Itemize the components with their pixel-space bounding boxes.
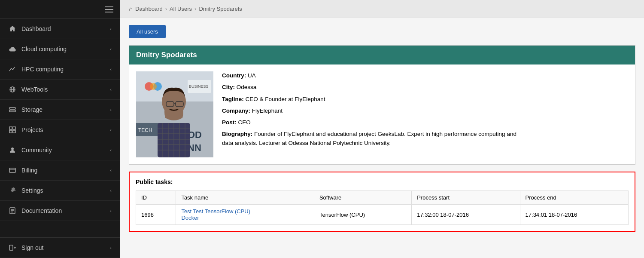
tasks-section: Public tasks: ID Task name Software Proc… [129,172,635,232]
sidebar-item-documentation[interactable]: Documentation ‹ [0,201,120,221]
col-software: Software [314,191,411,205]
signout-icon [9,244,16,252]
sidebar-item-label: Sign out [21,244,43,251]
sidebar-item-dashboard[interactable]: Dashboard ‹ [0,19,120,39]
sidebar-item-label: Dashboard [21,25,51,32]
person-icon [9,146,16,154]
profile-info: Country: UA City: Odessa Tagline: CEO & … [222,71,628,157]
breadcrumb: ⌂ Dashboard › All Users › Dmitry Spodare… [120,0,644,18]
all-users-button[interactable]: All users [129,25,166,38]
sidebar-item-label: Projects [21,126,43,133]
sidebar-nav: Dashboard ‹ Cloud computing ‹ HPC comput… [0,19,120,237]
profile-photo: BUSINESS TECH OD NN [136,71,213,157]
grid-icon [9,126,16,134]
city-row: City: Odessa [222,83,628,92]
breadcrumb-current: Dmitry Spodarets [199,6,242,12]
cloud-icon [9,45,16,53]
sidebar-item-label: Settings [21,187,43,194]
biography-value: Founder of FlyElephant and educational p… [222,131,516,146]
svg-text:BUSINESS: BUSINESS [189,84,209,89]
sidebar-item-label: Cloud computing [21,46,67,52]
doc-icon [9,207,16,215]
chevron-icon: ‹ [110,127,112,132]
sidebar: Dashboard ‹ Cloud computing ‹ HPC comput… [0,0,120,258]
home-icon: ⌂ [129,5,133,12]
col-task-name: Task name [176,191,314,205]
profile-card: Dmitry Spodarets BUSINESS [129,45,635,165]
chevron-icon: ‹ [110,46,112,52]
col-process-start: Process start [412,191,520,205]
svg-rect-5 [9,127,12,129]
svg-point-9 [11,147,14,150]
sidebar-item-label: HPC computing [21,66,64,73]
sidebar-item-label: WebTools [21,86,48,93]
company-row: Company: FlyElephant [222,107,628,115]
chevron-icon: ‹ [110,188,112,193]
sidebar-item-projects[interactable]: Projects ‹ [0,120,120,140]
city-value: Odessa [237,84,257,90]
tasks-table: ID Task name Software Process start Proc… [136,190,629,225]
cell-id: 1698 [136,205,176,225]
chevron-icon: ‹ [110,107,112,112]
tagline-value: CEO & Founder at FlyElephant [246,96,325,102]
company-value: FlyElephant [252,108,283,114]
sidebar-item-billing[interactable]: Billing ‹ [0,160,120,181]
svg-rect-10 [9,168,15,172]
profile-name: Dmitry Spodarets [136,51,197,59]
svg-rect-8 [13,130,15,133]
col-id: ID [136,191,176,205]
chevron-icon: ‹ [110,245,112,250]
chevron-icon: ‹ [110,168,112,173]
cell-software: TensorFlow (CPU) [314,205,411,225]
chevron-icon: ‹ [110,67,112,72]
sidebar-item-settings[interactable]: Settings ‹ [0,181,120,201]
sidebar-item-webtools[interactable]: WebTools ‹ [0,80,120,100]
sidebar-item-sign-out[interactable]: Sign out ‹ [0,238,120,258]
sidebar-item-community[interactable]: Community ‹ [0,140,120,160]
storage-icon [9,106,16,114]
sidebar-item-label: Documentation [21,207,62,214]
country-row: Country: UA [222,71,628,80]
svg-rect-4 [9,110,15,112]
home-icon [9,25,16,33]
svg-point-24 [150,83,157,90]
chevron-icon: ‹ [110,147,112,153]
breadcrumb-all-users[interactable]: All Users [170,6,192,12]
main-content: ⌂ Dashboard › All Users › Dmitry Spodare… [120,0,644,258]
table-row: 1698 Test Test TensorFlow (CPU)Docker Te… [136,205,629,225]
tasks-title: Public tasks: [136,178,629,185]
sidebar-item-label: Storage [21,106,43,113]
cell-process-start: 17:32:00 18-07-2016 [412,205,520,225]
task-link[interactable]: Test Test TensorFlow (CPU)Docker [181,208,250,221]
chevron-icon: ‹ [110,208,112,213]
post-row: Post: CEO [222,118,628,127]
profile-body: BUSINESS TECH OD NN [129,64,635,164]
post-value: CEO [238,119,251,126]
sidebar-item-hpc-computing[interactable]: HPC computing ‹ [0,59,120,80]
hamburger-menu[interactable] [105,6,113,12]
svg-rect-7 [9,130,12,133]
chevron-icon: ‹ [110,87,112,92]
svg-rect-3 [9,108,15,109]
breadcrumb-dashboard[interactable]: Dashboard [135,6,163,12]
tagline-row: Tagline: CEO & Founder at FlyElephant [222,95,628,104]
country-value: UA [248,72,256,79]
chevron-icon: ‹ [110,26,112,31]
sidebar-header [0,0,120,19]
biography-row: Biography: Founder of FlyElephant and ed… [222,130,522,147]
svg-rect-6 [13,127,15,129]
sidebar-item-label: Community [21,147,52,154]
sidebar-item-label: Billing [21,167,37,174]
gear-icon [9,187,16,194]
profile-header: Dmitry Spodarets [129,46,635,64]
content-area: All users Dmitry Spodarets [120,18,644,239]
cell-process-end: 17:34:01 18-07-2016 [520,205,628,225]
tasks-table-header: ID Task name Software Process start Proc… [136,191,629,205]
svg-text:TECH: TECH [138,127,152,133]
sidebar-item-cloud-computing[interactable]: Cloud computing ‹ [0,39,120,59]
svg-rect-16 [9,245,13,250]
globe-icon [9,86,16,93]
col-process-end: Process end [520,191,628,205]
sidebar-item-storage[interactable]: Storage ‹ [0,100,120,120]
chart-icon [9,65,16,73]
